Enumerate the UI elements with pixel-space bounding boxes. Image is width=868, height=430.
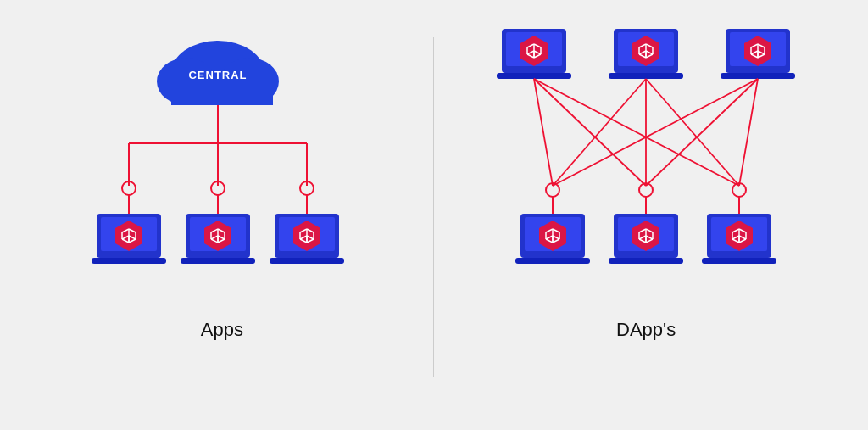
- svg-line-104: [646, 79, 739, 186]
- svg-rect-87: [721, 73, 795, 79]
- svg-rect-59: [497, 73, 571, 79]
- bottom-laptop-2: [609, 214, 683, 264]
- svg-rect-116: [515, 258, 590, 264]
- cloud-label: CENTRAL: [188, 69, 247, 81]
- cloud-icon: CENTRAL: [157, 41, 279, 105]
- laptop-1: [92, 214, 166, 264]
- svg-line-102: [553, 79, 646, 186]
- svg-line-106: [646, 79, 758, 186]
- top-laptop-2: [609, 29, 683, 79]
- top-laptop-3: [721, 29, 795, 79]
- svg-line-101: [534, 79, 739, 186]
- divider: [433, 37, 434, 377]
- svg-rect-31: [181, 258, 255, 264]
- apps-label: Apps: [201, 319, 243, 341]
- bottom-laptop-3: [702, 214, 776, 264]
- main-container: CENTRAL: [27, 20, 841, 410]
- top-laptop-1: [497, 29, 571, 79]
- svg-rect-3: [171, 81, 273, 105]
- svg-rect-17: [92, 258, 166, 264]
- svg-line-100: [534, 79, 646, 186]
- dapps-svg: [485, 20, 807, 309]
- laptop-3: [270, 214, 344, 264]
- apps-svg: CENTRAL: [61, 20, 383, 309]
- dapps-label: DApp's: [616, 319, 676, 341]
- dapps-diagram: DApp's: [468, 20, 824, 341]
- apps-diagram: CENTRAL: [44, 20, 400, 341]
- svg-rect-144: [702, 258, 776, 264]
- svg-rect-130: [609, 258, 683, 264]
- svg-rect-73: [609, 73, 683, 79]
- svg-rect-45: [270, 258, 344, 264]
- svg-line-105: [553, 79, 758, 186]
- laptop-2: [181, 214, 255, 264]
- bottom-laptop-1: [515, 214, 590, 264]
